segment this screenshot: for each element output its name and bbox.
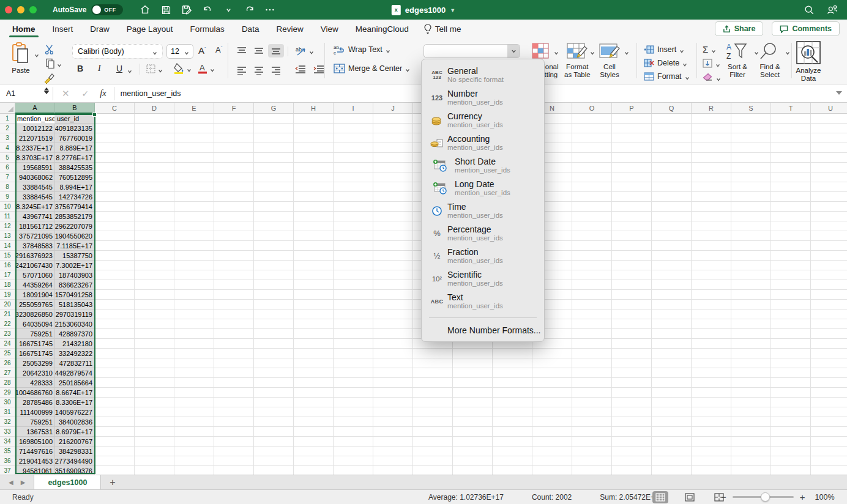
cell-Q24[interactable]	[652, 339, 692, 349]
cell-B24[interactable]: 21432180	[55, 339, 95, 349]
cell-R36[interactable]	[692, 456, 731, 466]
cell-A18[interactable]: 44359264	[15, 280, 55, 290]
cell-I13[interactable]	[334, 231, 373, 241]
cell-C22[interactable]	[95, 319, 135, 329]
cell-A28[interactable]: 428333	[15, 378, 55, 388]
row-header-13[interactable]: 13	[0, 231, 15, 241]
cell-D31[interactable]	[135, 407, 174, 417]
cell-D16[interactable]	[135, 261, 174, 270]
cell-C35[interactable]	[95, 447, 135, 456]
row-header-18[interactable]: 18	[0, 280, 15, 290]
cell-F33[interactable]	[214, 427, 254, 437]
underline-button[interactable]: U	[116, 64, 122, 73]
cell-K25[interactable]	[413, 349, 453, 358]
cell-R32[interactable]	[692, 417, 731, 427]
cell-J15[interactable]	[373, 251, 413, 261]
column-header-O[interactable]: O	[572, 103, 612, 114]
cell-T19[interactable]	[771, 290, 811, 300]
cell-E6[interactable]	[174, 163, 214, 172]
cell-F18[interactable]	[214, 280, 254, 290]
cell-A7[interactable]: 940368062	[15, 172, 55, 182]
cell-H37[interactable]	[294, 466, 334, 475]
cell-J30[interactable]	[373, 398, 413, 407]
cell-E20[interactable]	[174, 300, 214, 309]
cell-Q28[interactable]	[652, 378, 692, 388]
cell-D27[interactable]	[135, 368, 174, 378]
sheet-tab-edges1000[interactable]: edges1000	[34, 475, 101, 490]
cell-S9[interactable]	[731, 192, 771, 202]
cell-B3[interactable]: 767760019	[55, 133, 95, 143]
cell-H3[interactable]	[294, 133, 334, 143]
cell-M33[interactable]	[493, 427, 532, 437]
cell-F19[interactable]	[214, 290, 254, 300]
delete-chevron-icon[interactable]	[682, 61, 687, 65]
format-menu-item-long-date[interactable]: Long Datemention_user_ids	[422, 177, 544, 199]
cell-I23[interactable]	[334, 329, 373, 339]
cell-F13[interactable]	[214, 231, 254, 241]
cell-G8[interactable]	[254, 182, 294, 192]
row-header-25[interactable]: 25	[0, 349, 15, 358]
cell-E12[interactable]	[174, 221, 214, 231]
column-header-S[interactable]: S	[731, 103, 771, 114]
cell-A5[interactable]: 8.3703E+17	[15, 153, 55, 163]
cell-B4[interactable]: 8.889E+17	[55, 143, 95, 153]
cell-B6[interactable]: 388425535	[55, 163, 95, 172]
cell-U8[interactable]	[811, 182, 847, 192]
row-header-31[interactable]: 31	[0, 407, 15, 417]
cell-S6[interactable]	[731, 163, 771, 172]
cell-P35[interactable]	[612, 447, 652, 456]
cell-T25[interactable]	[771, 349, 811, 358]
row-header-36[interactable]: 36	[0, 456, 15, 466]
cell-P37[interactable]	[612, 466, 652, 475]
cell-Q8[interactable]	[652, 182, 692, 192]
cell-F27[interactable]	[214, 368, 254, 378]
cell-E23[interactable]	[174, 329, 214, 339]
cell-T27[interactable]	[771, 368, 811, 378]
cell-U2[interactable]	[811, 124, 847, 133]
align-bottom-button[interactable]	[268, 44, 284, 57]
align-top-button[interactable]	[234, 44, 250, 57]
cell-T20[interactable]	[771, 300, 811, 309]
row-header-17[interactable]: 17	[0, 270, 15, 280]
cell-A12[interactable]: 181561712	[15, 221, 55, 231]
cell-O9[interactable]	[572, 192, 612, 202]
cell-E10[interactable]	[174, 202, 214, 212]
cell-F9[interactable]	[214, 192, 254, 202]
cell-B23[interactable]: 428897370	[55, 329, 95, 339]
cell-E9[interactable]	[174, 192, 214, 202]
tab-view[interactable]: View	[318, 20, 341, 38]
cell-A22[interactable]: 64035094	[15, 319, 55, 329]
cell-J12[interactable]	[373, 221, 413, 231]
cell-F24[interactable]	[214, 339, 254, 349]
cell-C29[interactable]	[95, 388, 135, 398]
cell-G33[interactable]	[254, 427, 294, 437]
cell-Q32[interactable]	[652, 417, 692, 427]
save-as-icon[interactable]	[181, 4, 193, 16]
cell-G1[interactable]	[254, 114, 294, 124]
cell-O35[interactable]	[572, 447, 612, 456]
cell-E36[interactable]	[174, 456, 214, 466]
cell-U35[interactable]	[811, 447, 847, 456]
cell-A8[interactable]: 33884545	[15, 182, 55, 192]
cell-I17[interactable]	[334, 270, 373, 280]
cell-R35[interactable]	[692, 447, 731, 456]
cell-D30[interactable]	[135, 398, 174, 407]
cell-E7[interactable]	[174, 172, 214, 182]
cell-G30[interactable]	[254, 398, 294, 407]
cell-A6[interactable]: 19568591	[15, 163, 55, 172]
cell-T34[interactable]	[771, 437, 811, 447]
cell-P10[interactable]	[612, 202, 652, 212]
decrease-font-button[interactable]: Aˇ	[215, 45, 222, 54]
cell-A25[interactable]: 166751745	[15, 349, 55, 358]
cell-N25[interactable]	[532, 349, 572, 358]
cell-R3[interactable]	[692, 133, 731, 143]
cell-D10[interactable]	[135, 202, 174, 212]
cell-R18[interactable]	[692, 280, 731, 290]
cell-A10[interactable]: 8.3245E+17	[15, 202, 55, 212]
cell-Q31[interactable]	[652, 407, 692, 417]
row-header-35[interactable]: 35	[0, 447, 15, 456]
cell-O1[interactable]	[572, 114, 612, 124]
cell-D33[interactable]	[135, 427, 174, 437]
cell-H28[interactable]	[294, 378, 334, 388]
font-color-chevron-icon[interactable]	[210, 66, 215, 71]
